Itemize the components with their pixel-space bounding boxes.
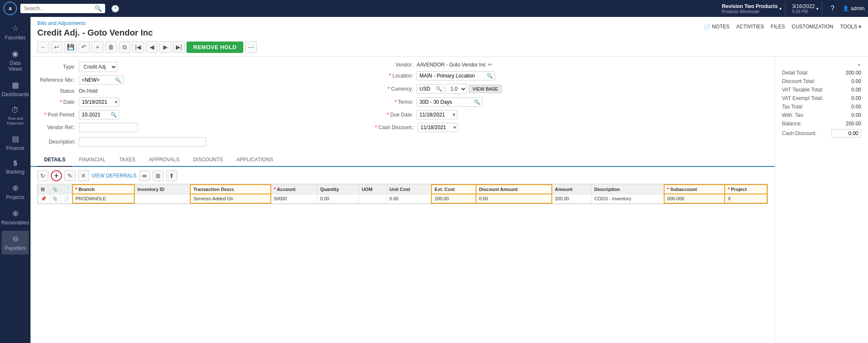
refresh-button[interactable]: ↻ [37,170,48,181]
search-input[interactable] [24,6,93,11]
due-date-input[interactable] [417,111,451,119]
datetime-selector[interactable]: 3/16/2022 5:09 PM ▾ [789,2,822,16]
customization-link[interactable]: CUSTOMIZATION [792,24,833,30]
export-button[interactable]: ⊠ [153,170,164,181]
notes-link[interactable]: 📄 NOTES [704,24,729,30]
first-button[interactable]: |◀ [132,41,144,53]
upload-button[interactable]: ⬆ [166,170,177,181]
post-period-input[interactable] [79,111,109,119]
row-unit-cost[interactable]: 0.00 [387,194,431,203]
reference-input[interactable] [79,76,113,84]
user-menu[interactable]: 👤 admin [843,6,865,11]
save-button[interactable]: 💾 [64,41,76,53]
row-description[interactable]: COGS - Inventory [592,194,664,203]
vat-exempt-row: VAT Exempt Total: 0.00 [782,95,861,101]
currency-input[interactable] [417,85,434,93]
row-attach-icon[interactable]: 📎 [50,194,61,203]
terms-input[interactable] [417,98,472,106]
breadcrumb[interactable]: Bills and Adjustments [37,20,257,26]
cash-discount-total-input[interactable] [832,129,861,138]
col-header-doc: 📄 [61,185,73,194]
description-input[interactable]: Services Added On [79,137,206,147]
sidebar-item-favorites[interactable]: ☆ Favorites [2,20,29,44]
add-button[interactable]: + [92,41,103,53]
company-selector[interactable]: Revision Two Products Products Wholesale… [718,2,785,16]
sidebar-item-dashboards[interactable]: ▦ Dashboards [2,77,29,101]
sidebar-item-finance[interactable]: ▤ Finance [2,131,29,155]
add-row-button[interactable]: + [51,170,62,181]
view-deferrals-link[interactable]: VIEW DEFERRALS [92,173,136,179]
sidebar-item-data-views[interactable]: ◉ Data Views [2,46,29,75]
date-input[interactable] [79,98,113,106]
sidebar-item-time-expenses[interactable]: ⏱ Time and Expenses [2,102,29,129]
row-subaccount[interactable]: 000-000 [664,194,725,203]
sidebar-item-banking[interactable]: $ Banking [2,156,29,178]
tab-financial[interactable]: FINANCIAL [72,153,112,167]
type-select[interactable]: Credit Adj. [79,62,117,72]
row-discount-amount[interactable]: 0.00 [476,194,552,203]
row-quantity[interactable]: 0.00 [317,194,359,203]
row-ext-cost[interactable]: 200.00 [431,194,476,203]
vat-exempt-label: VAT Exempt Total: [782,95,823,101]
sidebar-label-finance: Finance [6,145,25,151]
location-search-icon[interactable]: 🔍 [485,72,495,80]
location-input-group: 🔍 [417,71,495,80]
tab-discounts[interactable]: DISCOUNTS [186,153,230,167]
tax-total-row: Tax Total: 0.00 [782,104,861,110]
vendor-edit-icon[interactable]: ✏ [488,62,492,68]
terms-search-icon[interactable]: 🔍 [472,98,482,106]
tab-applications[interactable]: APPLICATIONS [230,153,280,167]
balance-value: 200.00 [836,121,861,127]
activities-link[interactable]: ACTIVITIES [736,24,764,30]
reference-search-icon[interactable]: 🔍 [113,76,123,84]
date-calendar-icon[interactable]: ▾ [113,98,119,106]
back-button[interactable]: ← [37,41,49,53]
row-branch[interactable]: PRODWHOLE [72,194,134,203]
help-icon[interactable]: ? [826,2,839,15]
tools-link[interactable]: TOOLS ▾ [840,24,861,30]
files-link[interactable]: FILES [771,24,785,30]
delete-button[interactable]: 🗑 [105,41,117,53]
undo-button[interactable]: ↶ [78,41,90,53]
row-account[interactable]: 50000 [271,194,317,203]
more-actions-button[interactable]: ··· [245,41,257,53]
row-project[interactable]: X [725,194,767,203]
row-doc-icon[interactable]: 📄 [61,194,73,203]
notes-icon: 📄 [704,24,710,30]
search-bar[interactable]: 🔍 [20,4,105,13]
last-button[interactable]: ▶| [173,41,185,53]
sidebar-item-projects[interactable]: ⊕ Projects [2,180,29,204]
tab-approvals[interactable]: APPROVALS [142,153,186,167]
row-uom[interactable] [359,194,387,203]
row-amount[interactable]: 200.00 [552,194,592,203]
currency-search-icon[interactable]: 🔍 [434,85,444,93]
cash-discount-calendar-icon[interactable]: ▾ [452,123,458,132]
location-input[interactable] [417,72,485,80]
app-logo[interactable]: a [3,2,17,15]
sidebar-item-receivables[interactable]: ⊕ Receivables [2,205,29,229]
tab-details[interactable]: DETAILS [37,153,72,167]
delete-row-button[interactable]: ✕ [78,170,89,181]
due-date-calendar-icon[interactable]: ▾ [451,111,457,119]
edit-row-button[interactable]: ✎ [64,170,75,181]
revert-button[interactable]: ↩ [51,41,63,53]
tab-taxes[interactable]: TAXES [112,153,142,167]
row-select-icon[interactable]: 📌 [38,194,50,203]
vendor-ref-input[interactable] [79,123,138,132]
receivables-icon: ⊕ [12,209,19,218]
prev-button[interactable]: ◀ [146,41,158,53]
fit-columns-button[interactable]: ⇹ [139,170,150,181]
copy-button[interactable]: ⧉ [119,41,131,53]
view-base-button[interactable]: VIEW BASE [469,85,502,93]
remove-hold-button[interactable]: REMOVE HOLD [186,41,243,53]
next-button[interactable]: ▶ [159,41,171,53]
post-period-search-icon[interactable]: 🔍 [109,111,119,119]
description-label: Description: [37,139,75,145]
currency-rate-select[interactable]: 1.00 [446,84,467,94]
sidebar-item-payables[interactable]: ⊖ Payables [2,231,29,254]
row-inventory-id[interactable] [134,194,190,203]
cash-discount-input[interactable] [418,123,452,132]
table-toolbar: ↻ + ✎ ✕ VIEW DEFERRALS ⇹ ⊠ ⬆ [37,170,768,181]
history-icon[interactable]: 🕐 [108,2,122,15]
row-transaction-descr[interactable]: Services Added On [190,194,271,203]
